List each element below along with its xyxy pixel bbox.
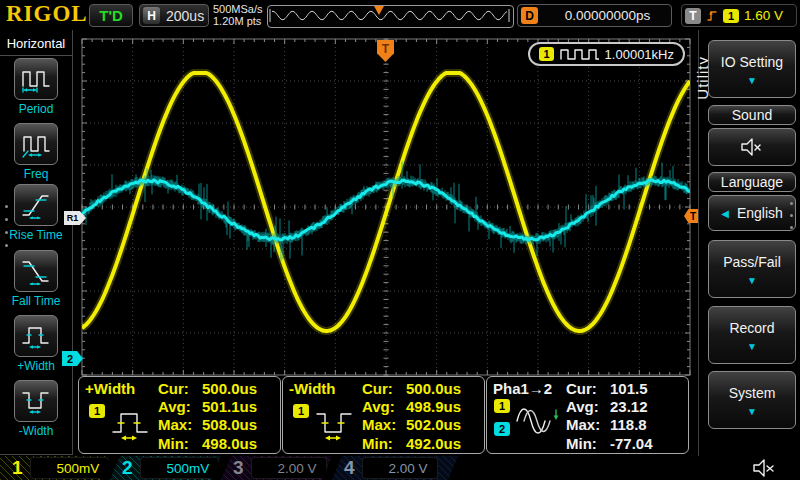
plus-width-icon	[111, 407, 157, 445]
acquisition-info: 500MSa/s 1.20M pts	[213, 3, 263, 27]
freq-value: 1.00001kHz	[605, 47, 674, 62]
sample-rate: 500MSa/s	[213, 3, 263, 15]
coupling-icon	[150, 465, 161, 472]
memory-depth: 1.20M pts	[213, 15, 263, 27]
channel2-number: 2	[122, 457, 133, 479]
channel1-badge: 1	[89, 404, 105, 418]
fall-time-icon	[14, 250, 58, 292]
rigol-logo: RIGOL	[6, 1, 88, 27]
trigger-source-badge: 1	[723, 9, 739, 23]
chevron-down-icon: ▼	[747, 343, 757, 351]
sound-button[interactable]	[708, 128, 796, 166]
square-wave-icon	[560, 48, 598, 61]
timebase-box[interactable]: H 200us	[139, 4, 209, 27]
waveform-memory-preview[interactable]	[267, 5, 514, 28]
measurement-values: Cur:500.0us Avg:501.1us Max:508.0us Min:…	[158, 379, 278, 453]
channel2-scale: 500mV	[167, 461, 210, 476]
left-menu-page-dots	[5, 205, 8, 247]
language-label: Language	[708, 172, 796, 192]
plus-width-icon	[14, 315, 58, 357]
delay-value: 0.00000000ps	[544, 8, 671, 23]
channel1-number: 1	[12, 457, 23, 479]
trigger-status-badge: T'D	[89, 4, 133, 27]
panel-title: -Width	[289, 380, 336, 397]
channel1-status[interactable]: 1 500mV	[0, 456, 110, 480]
pass-fail-button[interactable]: Pass/Fail ▼	[708, 240, 796, 298]
channel4-scale: 2.00 V	[389, 461, 428, 476]
coupling-icon	[40, 465, 51, 472]
channel2-badge: 2	[494, 422, 510, 436]
freq-icon	[14, 123, 58, 165]
timebase-value: 200us	[166, 8, 204, 24]
chevron-left-icon: ◀	[721, 208, 729, 219]
channel2-status[interactable]: 2 500mV	[110, 456, 221, 480]
channel1-scale: 500mV	[57, 461, 100, 476]
speaker-muted-icon	[752, 458, 778, 478]
trigger-settings-box[interactable]: T 1 1.60 V	[681, 4, 797, 27]
trigger-icon: T	[685, 8, 701, 24]
channel4-status[interactable]: 4 2.00 V	[332, 456, 458, 480]
channel1-badge: 1	[494, 399, 510, 413]
coupling-icon	[261, 465, 272, 472]
measurement-values: Cur:101.5 Avg:23.12 Max:118.8 Min:-77.04	[566, 379, 686, 453]
waveform-display	[60, 30, 700, 376]
speaker-muted-icon	[740, 137, 764, 157]
measurement-values: Cur:500.0us Avg:498.9us Max:502.0us Min:…	[362, 379, 482, 453]
rising-edge-icon	[706, 8, 718, 23]
panel-title: +Width	[85, 380, 135, 397]
chevron-down-icon: ▼	[747, 408, 757, 416]
menu-item-minus-width[interactable]: -Width	[0, 380, 72, 438]
channel1-badge: 1	[293, 404, 309, 418]
frequency-counter-readout: 1 1.00001kHz	[528, 42, 685, 66]
panel-title: Pha1→2	[493, 380, 552, 397]
right-menu-page-dots	[790, 202, 793, 229]
coupling-icon	[372, 465, 383, 472]
phase-icon	[515, 403, 563, 439]
preview-waveform	[268, 6, 511, 25]
chevron-down-icon: ▼	[747, 77, 757, 85]
language-button[interactable]: ◀ English	[708, 195, 796, 231]
horizontal-icon: H	[143, 7, 160, 24]
channel3-number: 3	[233, 457, 244, 479]
channel4-number: 4	[344, 457, 355, 479]
rise-time-icon	[14, 184, 58, 226]
oscilloscope-screen: RIGOL T'D H 200us 500MSa/s 1.20M pts D 0…	[0, 0, 800, 480]
channel3-status[interactable]: 3 2.00 V	[221, 456, 332, 480]
measurement-panel-nwidth: -Width 1 Cur:500.0us Avg:498.9us Max:502…	[282, 376, 485, 454]
freq-channel-badge: 1	[539, 47, 554, 61]
period-icon	[14, 58, 58, 100]
measurement-panel-pwidth: +Width 1 Cur:500.0us Avg:501.1us Max:508…	[78, 376, 281, 454]
measurement-panel-phase: Pha1→2 1 2 Cur:101.5 Avg:23.12 Max:118.8…	[486, 376, 689, 454]
minus-width-icon	[14, 380, 58, 422]
io-setting-button[interactable]: IO Setting ▼	[708, 40, 796, 98]
trigger-level-value: 1.60 V	[744, 8, 783, 23]
record-button[interactable]: Record ▼	[708, 306, 796, 364]
trigger-status-text: T'D	[99, 7, 123, 24]
minus-width-icon	[315, 407, 361, 445]
trigger-delay-box[interactable]: D 0.00000000ps	[517, 4, 672, 27]
channel3-scale: 2.00 V	[278, 461, 317, 476]
system-button[interactable]: System ▼	[708, 371, 796, 429]
delay-icon: D	[521, 7, 538, 24]
chevron-down-icon: ▼	[747, 277, 757, 285]
sound-label: Sound	[708, 105, 796, 125]
